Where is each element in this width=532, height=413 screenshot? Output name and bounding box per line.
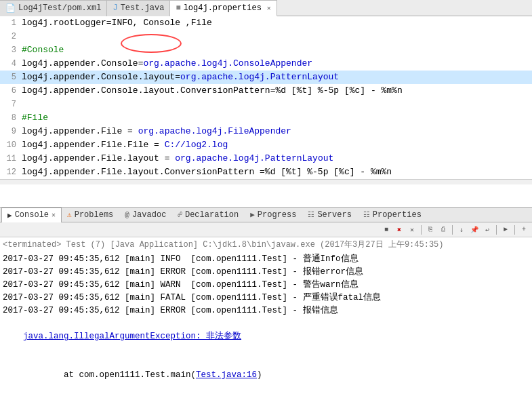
tab-log4j-label: log4j.properties	[184, 3, 262, 13]
stack-link[interactable]: Test.java:16	[196, 370, 257, 380]
editor-line-8: 8 #File	[0, 111, 532, 125]
editor-hscrollbar[interactable]	[0, 179, 532, 184]
panel-tab-declaration[interactable]: ☍ Declaration	[172, 208, 245, 222]
xml-file-icon: 📄	[5, 3, 16, 14]
javadoc-tab-icon: @	[125, 211, 129, 219]
tab-close-icon[interactable]: ✕	[267, 4, 271, 12]
console-line-3: 2017-03-27 09:45:35,612 [main] WARN [com…	[3, 279, 529, 292]
toolbar-separator-1	[421, 225, 422, 235]
editor-content[interactable]: 1 log4j.rootLogger=INFO, Console ,File 2…	[0, 16, 532, 179]
editor-line-10: 10 log4j.appender.File.File = C://log2.l…	[0, 138, 532, 152]
console-line-1: 2017-03-27 09:45:35,612 [main] INFO [com…	[3, 253, 529, 266]
console-tab-label: Console	[15, 210, 49, 220]
servers-tab-label: Servers	[317, 210, 351, 220]
editor-line-5: 5 log4j.appender.Console.layout=org.apac…	[0, 71, 532, 84]
toolbar-separator-2	[452, 225, 453, 235]
editor-line-3: 3 #Console	[0, 43, 532, 57]
console-tab-close-icon[interactable]: ✕	[52, 211, 56, 219]
problems-tab-icon: ⚠	[67, 210, 72, 219]
stop-button[interactable]: ■	[381, 224, 392, 235]
java-file-icon: J	[112, 3, 117, 13]
console-toolbar: ■ ✖ ✕ ⎘ ⎙ ⇓ 📌 ↩ ► +	[0, 222, 532, 237]
toolbar-separator-4	[514, 225, 515, 235]
console-terminated-label: <terminated> Test (7) [Java Application]…	[3, 239, 529, 252]
editor-line-7: 7	[0, 98, 532, 111]
new-console-button[interactable]: +	[518, 224, 529, 235]
console-tab-icon: ▶	[7, 211, 12, 220]
panel-tab-bar: ▶ Console ✕ ⚠ Problems @ Javadoc ☍ Decla…	[0, 208, 532, 222]
panel-tab-progress[interactable]: ▶ Progress	[245, 208, 302, 222]
panel-tab-servers[interactable]: ☷ Servers	[302, 208, 357, 222]
panel-tab-properties[interactable]: ☷ Properties	[358, 208, 428, 222]
servers-tab-icon: ☷	[308, 210, 314, 219]
declaration-tab-icon: ☍	[178, 210, 182, 219]
progress-tab-icon: ▶	[250, 210, 255, 219]
editor-line-6: 6 log4j.appender.Console.layout.Conversi…	[0, 84, 532, 98]
editor-line-1: 1 log4j.rootLogger=INFO, Console ,File	[0, 16, 532, 30]
properties-tab-label: Properties	[373, 210, 422, 220]
console-line-2: 2017-03-27 09:45:35,612 [main] ERROR [co…	[3, 266, 529, 279]
console-output: <terminated> Test (7) [Java Application]…	[0, 237, 532, 413]
wrap-button[interactable]: ↩	[482, 224, 493, 235]
editor-line-9: 9 log4j.appender.File = org.apache.log4j…	[0, 125, 532, 138]
open-console-button[interactable]: ►	[500, 224, 511, 235]
declaration-tab-label: Declaration	[185, 210, 239, 220]
console-at-line: at com.open1111.Test.main(Test.java:16)	[3, 356, 529, 395]
toolbar-separator-3	[496, 225, 497, 235]
tab-pom[interactable]: 📄 Log4jTest/pom.xml	[0, 0, 107, 16]
editor-line-4: 4 log4j.appender.Console=org.apache.log4…	[0, 57, 532, 71]
panel-tab-problems[interactable]: ⚠ Problems	[62, 208, 119, 222]
editor-area: 1 log4j.rootLogger=INFO, Console ,File 2…	[0, 16, 532, 208]
tab-log4j[interactable]: ■ log4j.properties ✕	[170, 0, 277, 16]
tab-test-label: Test.java	[121, 3, 165, 13]
props-file-icon: ■	[176, 3, 180, 13]
tab-test[interactable]: J Test.java	[107, 0, 170, 16]
remove-button[interactable]: ✕	[407, 224, 417, 235]
console-line-5: 2017-03-27 09:45:35,612 [main] ERROR [co…	[3, 304, 529, 317]
properties-tab-icon: ☷	[363, 210, 370, 219]
tab-pom-label: Log4jTest/pom.xml	[18, 3, 101, 13]
panel-tab-javadoc[interactable]: @ Javadoc	[119, 208, 172, 222]
paste-button[interactable]: ⎙	[438, 224, 449, 235]
terminate-button[interactable]: ✖	[394, 224, 405, 235]
console-exception-line: java.lang.IllegalArgumentException: 非法参数	[3, 317, 529, 356]
exception-link[interactable]: java.lang.IllegalArgumentException: 非法参数	[23, 332, 241, 341]
scroll-end-button[interactable]: ⇓	[456, 224, 467, 235]
editor-line-12: 12 log4j.appender.File.layout.Conversion…	[0, 165, 532, 179]
progress-tab-label: Progress	[258, 210, 297, 220]
javadoc-tab-label: Javadoc	[132, 210, 166, 220]
panel-tab-console[interactable]: ▶ Console ✕	[1, 208, 62, 222]
editor-line-11: 11 log4j.appender.File.layout = org.apac…	[0, 152, 532, 165]
editor-line-2: 2	[0, 30, 532, 43]
console-line-4: 2017-03-27 09:45:35,612 [main] FATAL [co…	[3, 292, 529, 304]
problems-tab-label: Problems	[75, 210, 114, 220]
copy-button[interactable]: ⎘	[425, 224, 436, 235]
pin-button[interactable]: 📌	[469, 224, 480, 235]
editor-tab-bar: 📄 Log4jTest/pom.xml J Test.java ■ log4j.…	[0, 0, 532, 16]
